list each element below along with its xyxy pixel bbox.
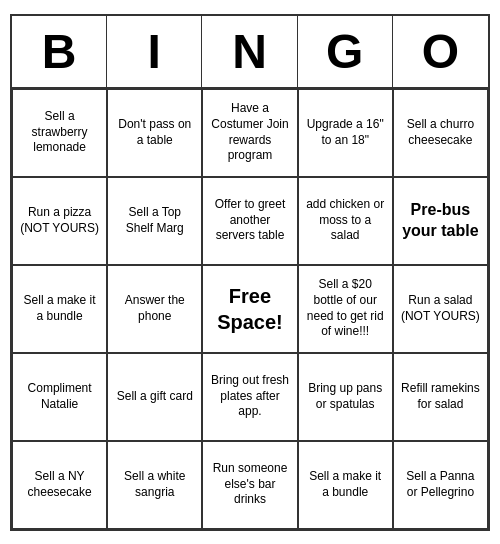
bingo-cell-13: Sell a $20 bottle of our need to get rid…	[298, 265, 393, 353]
bingo-cell-14: Run a salad (NOT YOURS)	[393, 265, 488, 353]
bingo-cell-8: add chicken or moss to a salad	[298, 177, 393, 265]
bingo-cell-5: Run a pizza (NOT YOURS)	[12, 177, 107, 265]
bingo-cell-6: Sell a Top Shelf Marg	[107, 177, 202, 265]
bingo-cell-10: Sell a make it a bundle	[12, 265, 107, 353]
bingo-cell-21: Sell a white sangria	[107, 441, 202, 529]
bingo-card: BINGO Sell a strawberry lemonadeDon't pa…	[10, 14, 490, 531]
bingo-letter-b: B	[12, 16, 107, 87]
bingo-cell-24: Sell a Panna or Pellegrino	[393, 441, 488, 529]
bingo-header: BINGO	[12, 16, 488, 89]
bingo-cell-19: Refill ramekins for salad	[393, 353, 488, 441]
bingo-cell-23: Sell a make it a bundle	[298, 441, 393, 529]
bingo-cell-20: Sell a NY cheesecake	[12, 441, 107, 529]
bingo-letter-g: G	[298, 16, 393, 87]
bingo-cell-0: Sell a strawberry lemonade	[12, 89, 107, 177]
bingo-cell-18: Bring up pans or spatulas	[298, 353, 393, 441]
bingo-cell-9: Pre-bus your table	[393, 177, 488, 265]
bingo-cell-4: Sell a churro cheesecake	[393, 89, 488, 177]
bingo-letter-i: I	[107, 16, 202, 87]
bingo-cell-16: Sell a gift card	[107, 353, 202, 441]
bingo-grid: Sell a strawberry lemonadeDon't pass on …	[12, 89, 488, 529]
bingo-cell-22: Run someone else's bar drinks	[202, 441, 297, 529]
bingo-cell-7: Offer to greet another servers table	[202, 177, 297, 265]
bingo-cell-1: Don't pass on a table	[107, 89, 202, 177]
bingo-cell-3: Upgrade a 16" to an 18"	[298, 89, 393, 177]
bingo-cell-15: Compliment Natalie	[12, 353, 107, 441]
bingo-letter-o: O	[393, 16, 488, 87]
bingo-cell-2: Have a Costumer Join rewards program	[202, 89, 297, 177]
bingo-letter-n: N	[202, 16, 297, 87]
bingo-cell-17: Bring out fresh plates after app.	[202, 353, 297, 441]
bingo-cell-11: Answer the phone	[107, 265, 202, 353]
bingo-cell-12: Free Space!	[202, 265, 297, 353]
